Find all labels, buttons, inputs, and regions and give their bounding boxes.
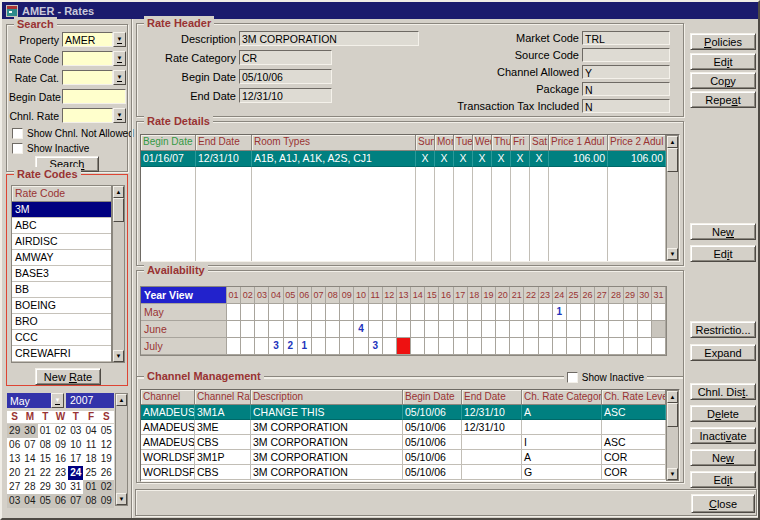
availability-cell[interactable] <box>454 321 468 338</box>
availability-cell[interactable] <box>581 321 595 338</box>
availability-cell[interactable] <box>397 304 411 321</box>
availability-cell[interactable] <box>510 338 524 355</box>
availability-cell[interactable] <box>468 321 482 338</box>
field-begin-date[interactable]: 05/10/06 <box>239 69 332 84</box>
availability-cell[interactable] <box>411 338 425 355</box>
rate-codes-scrollbar-down-icon[interactable]: ▼ <box>113 350 124 362</box>
rate-header-edit-button[interactable]: Edit <box>690 53 756 70</box>
calendar-day[interactable]: 09 <box>99 494 114 508</box>
availability-cell[interactable]: 1 <box>298 338 312 355</box>
rate-header-policies-button[interactable]: Policies <box>690 33 756 50</box>
calendar-day[interactable]: 15 <box>38 452 53 466</box>
channel-delete-button[interactable]: Delete <box>690 405 756 422</box>
availability-cell[interactable] <box>439 321 453 338</box>
availability-cell[interactable] <box>255 338 269 355</box>
availability-cell[interactable] <box>383 321 397 338</box>
calendar-day[interactable]: 27 <box>7 480 22 494</box>
availability-cell[interactable] <box>369 321 383 338</box>
availability-cell[interactable] <box>539 338 553 355</box>
checkbox-icon[interactable] <box>12 143 23 154</box>
availability-cell[interactable] <box>255 321 269 338</box>
rate-code-item[interactable]: BRO <box>12 314 111 330</box>
calendar-scrollbar-down-icon[interactable]: ▼ <box>116 493 127 505</box>
availability-cell[interactable] <box>439 304 453 321</box>
availability-cell[interactable] <box>567 321 581 338</box>
availability-cell[interactable] <box>340 321 354 338</box>
availability-cell[interactable] <box>482 304 496 321</box>
calendar-day[interactable]: 11 <box>83 438 98 452</box>
availability-cell[interactable] <box>482 338 496 355</box>
availability-cell[interactable] <box>241 338 255 355</box>
availability-cell[interactable] <box>454 338 468 355</box>
availability-cell[interactable] <box>312 338 326 355</box>
channel-new-button[interactable]: New <box>690 449 756 466</box>
availability-cell[interactable] <box>411 321 425 338</box>
search-checkbox-row[interactable]: Show Inactive <box>12 141 134 156</box>
calendar-day[interactable]: 03 <box>7 494 22 508</box>
rate-details-scrollbar-thumb[interactable] <box>667 148 678 172</box>
calendar-month-dropdown-button[interactable]: ▼ <box>51 393 64 408</box>
calendar-day[interactable]: 08 <box>38 438 53 452</box>
dropdown-button[interactable]: ▼ <box>113 51 126 66</box>
calendar-day[interactable]: 30 <box>22 424 37 438</box>
channel-row[interactable]: AMADEUS3ME3M CORPORATION05/10/0612/31/10 <box>141 420 679 435</box>
availability-cell[interactable] <box>425 321 439 338</box>
availability-cell[interactable] <box>298 321 312 338</box>
availability-cell[interactable] <box>652 338 666 355</box>
calendar-day[interactable]: 06 <box>7 438 22 452</box>
availability-cell[interactable] <box>227 304 241 321</box>
availability-cell[interactable] <box>397 321 411 338</box>
availability-cell[interactable] <box>269 321 283 338</box>
availability-cell[interactable] <box>553 338 567 355</box>
calendar-year[interactable]: 2007 <box>66 393 114 408</box>
field-transaction-tax-included[interactable]: N <box>582 99 670 113</box>
field-end-date[interactable]: 12/31/10 <box>239 88 332 103</box>
availability-cell[interactable] <box>595 321 609 338</box>
rate-code-item[interactable]: BASE3 <box>12 266 111 282</box>
channel-scrollbar-thumb[interactable] <box>667 403 678 427</box>
calendar-day[interactable]: 01 <box>83 480 98 494</box>
availability-cell[interactable] <box>284 304 298 321</box>
calendar-day[interactable]: 02 <box>53 424 68 438</box>
rate-codes-scrollbar[interactable]: ▲▼ <box>112 185 125 363</box>
calendar-day[interactable]: 26 <box>99 466 114 480</box>
calendar-day[interactable]: 31 <box>68 480 83 494</box>
calendar-day[interactable]: 02 <box>99 480 114 494</box>
search-chnl-rate-input[interactable] <box>62 108 113 123</box>
calendar-scrollbar[interactable]: ▲▼ <box>115 393 128 506</box>
availability-cell[interactable] <box>539 304 553 321</box>
calendar-day[interactable]: 04 <box>22 494 37 508</box>
availability-cell[interactable] <box>624 338 638 355</box>
availability-cell[interactable] <box>411 304 425 321</box>
rate-header-copy-button[interactable]: Copy <box>690 72 756 89</box>
calendar-day[interactable]: 09 <box>53 438 68 452</box>
channel-scrollbar-down-icon[interactable]: ▼ <box>667 468 678 480</box>
rate-code-item[interactable]: CCC <box>12 330 111 346</box>
availability-cell[interactable] <box>227 321 241 338</box>
field-package[interactable]: N <box>582 82 670 96</box>
search-checkbox-row[interactable]: Show Chnl. Not Allowed <box>12 126 134 141</box>
availability-cell[interactable] <box>383 304 397 321</box>
calendar-day[interactable]: 25 <box>83 466 98 480</box>
availability-cell[interactable] <box>609 304 623 321</box>
availability-cell[interactable] <box>241 321 255 338</box>
field-channel-allowed[interactable]: Y <box>582 65 670 79</box>
search-rate-code-input[interactable] <box>62 51 113 66</box>
availability-cell[interactable] <box>496 321 510 338</box>
availability-cell[interactable] <box>595 338 609 355</box>
channel-edit-button[interactable]: Edit <box>690 471 756 488</box>
availability-cell[interactable]: 3 <box>269 338 283 355</box>
calendar-day[interactable]: 20 <box>7 466 22 480</box>
availability-cell[interactable] <box>553 321 567 338</box>
channel-row[interactable]: WORLDSPACBS3M CORPORATION05/10/06GCOR <box>141 465 679 480</box>
availability-cell[interactable] <box>241 304 255 321</box>
availability-cell[interactable] <box>539 321 553 338</box>
rate-code-item[interactable]: CREWAFRI <box>12 346 111 362</box>
calendar-day[interactable]: 07 <box>22 438 37 452</box>
calendar-day[interactable]: 04 <box>83 424 98 438</box>
channel-scrollbar-up-icon[interactable]: ▲ <box>667 391 678 403</box>
availability-cell[interactable] <box>524 321 538 338</box>
search-property-input[interactable]: AMER <box>62 32 113 47</box>
calendar-day[interactable]: 22 <box>38 466 53 480</box>
year-view-cell[interactable]: Year View <box>141 287 227 304</box>
